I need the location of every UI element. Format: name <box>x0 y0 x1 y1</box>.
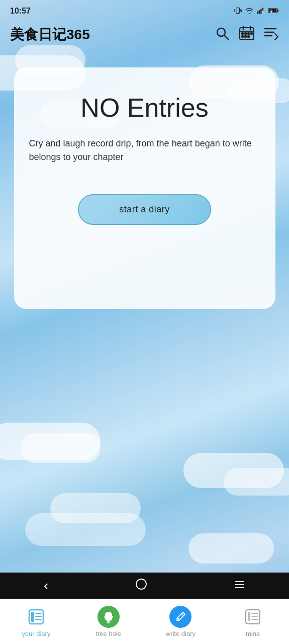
start-diary-button[interactable]: start a diary <box>78 194 211 225</box>
svg-rect-6 <box>259 10 260 14</box>
status-bar: 10:57 <box>0 0 289 20</box>
your-diary-label: your diary <box>22 630 50 637</box>
bottom-navigation: your diary tree hole write diary <box>0 599 289 644</box>
app-header: 美食日记365 <box>0 20 289 52</box>
no-entries-title: NO Entries <box>29 93 260 123</box>
svg-rect-20 <box>245 33 246 34</box>
tree-hole-label: tree hole <box>95 630 121 637</box>
nav-item-tree-hole[interactable]: tree hole <box>72 599 145 644</box>
your-diary-icon-wrap <box>25 606 47 628</box>
svg-rect-12 <box>277 9 279 11</box>
battery-icon <box>268 7 279 16</box>
svg-rect-24 <box>245 36 246 37</box>
svg-rect-34 <box>31 612 34 622</box>
svg-rect-22 <box>251 33 252 34</box>
mine-label: mine <box>246 630 260 637</box>
cloud-11 <box>25 513 146 546</box>
svg-rect-40 <box>248 612 250 621</box>
no-entries-description: Cry and laugh record drip, from the hear… <box>29 137 260 164</box>
write-diary-label: write diary <box>166 630 196 637</box>
nav-item-write-diary[interactable]: write diary <box>145 599 217 644</box>
svg-rect-25 <box>248 36 249 37</box>
svg-rect-19 <box>242 33 243 34</box>
svg-rect-21 <box>248 33 249 34</box>
svg-point-29 <box>136 579 146 589</box>
nav-item-your-diary[interactable]: your diary <box>0 599 72 644</box>
back-button[interactable]: ‹ <box>44 578 48 594</box>
no-entries-card: NO Entries Cry and laugh record drip, fr… <box>14 67 275 309</box>
status-time: 10:57 <box>10 7 31 16</box>
menu-sort-icon[interactable] <box>264 26 279 44</box>
system-nav-bar: ‹ <box>0 573 289 599</box>
svg-rect-23 <box>242 36 243 37</box>
svg-line-14 <box>224 35 228 39</box>
search-icon[interactable] <box>215 26 230 44</box>
main-content: NO Entries Cry and laugh record drip, fr… <box>0 52 289 324</box>
header-icons <box>215 26 279 44</box>
calendar-icon[interactable] <box>239 26 255 44</box>
mine-icon-wrap <box>242 606 264 628</box>
svg-rect-0 <box>236 8 240 13</box>
nav-item-mine[interactable]: mine <box>217 599 289 644</box>
status-icons <box>234 7 279 16</box>
svg-point-38 <box>177 618 179 620</box>
cloud-9 <box>224 468 289 496</box>
svg-rect-7 <box>260 9 261 14</box>
overview-button[interactable] <box>234 579 245 592</box>
cloud-7 <box>20 433 101 463</box>
tree-hole-icon-wrap <box>98 606 120 628</box>
svg-rect-5 <box>257 11 258 14</box>
cloud-12 <box>188 533 274 564</box>
app-title: 美食日记365 <box>10 25 90 44</box>
signal-icon <box>257 7 265 16</box>
wifi-icon <box>245 7 254 16</box>
vibrate-icon <box>234 7 242 16</box>
write-diary-icon-wrap <box>169 606 191 628</box>
home-button[interactable] <box>136 579 147 593</box>
svg-rect-9 <box>262 8 263 11</box>
